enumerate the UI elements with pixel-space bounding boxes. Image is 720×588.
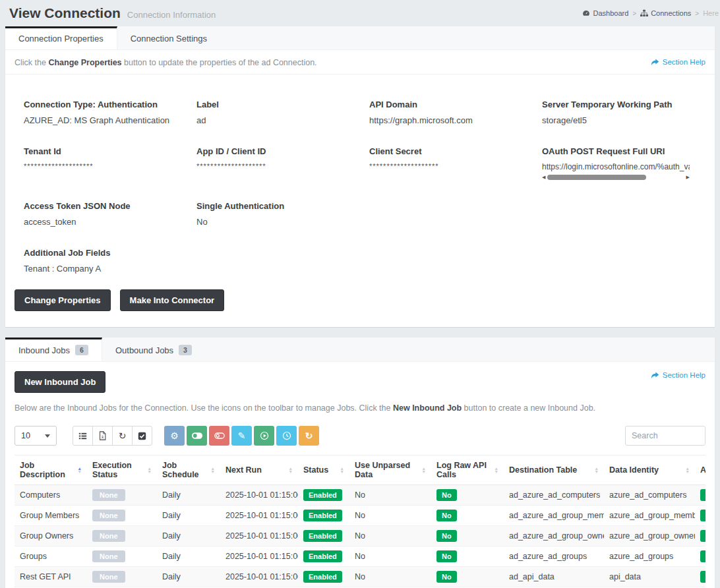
cell-schedule: Daily bbox=[157, 526, 220, 546]
column-header-identity[interactable]: Data Identity▲▼ bbox=[604, 456, 695, 485]
edit-job-button[interactable]: ✎ bbox=[231, 426, 252, 446]
oauth-uri-scrollbar[interactable]: ◀ ▶ bbox=[542, 175, 690, 180]
schedule-clock-icon bbox=[282, 431, 291, 440]
column-header-destination[interactable]: Destination Table▲▼ bbox=[504, 456, 604, 485]
enable-jobs-button[interactable] bbox=[187, 426, 207, 446]
column-header-status[interactable]: Status▲▼ bbox=[298, 456, 349, 485]
column-header-log_raw[interactable]: Log Raw API Calls▲▼ bbox=[431, 456, 504, 485]
breadcrumb-connections[interactable]: Connections bbox=[640, 9, 691, 17]
change-properties-button[interactable]: Change Properties bbox=[15, 289, 111, 311]
cell-destination: ad_api_data bbox=[504, 567, 604, 587]
cell-destination: ad_azure_ad_group_members bbox=[504, 506, 604, 526]
status-badge: No bbox=[700, 571, 705, 583]
cell-schedule: Daily bbox=[157, 546, 220, 567]
column-header-execution_status[interactable]: Execution Status▲▼ bbox=[87, 456, 157, 485]
sort-carets-icon: ▲▼ bbox=[340, 467, 344, 473]
disable-jobs-button[interactable] bbox=[209, 426, 229, 446]
column-header-job[interactable]: Job Description▲▼ bbox=[15, 456, 87, 485]
new-inbound-job-button[interactable]: New Inbound Job bbox=[15, 371, 105, 393]
cell-status: Enabled bbox=[298, 567, 349, 587]
status-badge: None bbox=[92, 571, 125, 583]
job-settings-button[interactable]: ⚙ bbox=[164, 426, 185, 446]
cell-use_unparsed: No bbox=[349, 506, 431, 526]
excel-export-button[interactable]: x̄ bbox=[92, 426, 113, 446]
status-badge: None bbox=[92, 510, 125, 521]
breadcrumb: Dashboard > Connections > Here bbox=[582, 9, 719, 17]
column-header-use_unparsed[interactable]: Use Unparsed Data▲▼ bbox=[349, 456, 431, 485]
cell-status: Enabled bbox=[298, 546, 349, 567]
inbound-jobs-count-badge: 6 bbox=[75, 345, 88, 355]
cell-identity: azure_ad_computers bbox=[604, 485, 695, 506]
status-badge: No bbox=[700, 530, 705, 542]
tab-outbound-jobs[interactable]: Outbound Jobs 3 bbox=[102, 338, 205, 361]
schedule-job-button[interactable] bbox=[276, 426, 297, 446]
svg-text:x̄: x̄ bbox=[102, 434, 104, 439]
connection-tab-strip: Connection Properties Connection Setting… bbox=[5, 26, 715, 50]
list-view-button[interactable] bbox=[73, 426, 93, 446]
scroll-left-icon[interactable]: ◀ bbox=[542, 175, 545, 180]
cell-identity: azure_ad_groups bbox=[604, 546, 695, 567]
sort-carets-icon: ▲▼ bbox=[148, 467, 152, 473]
jobs-table: Job Description▲▼Execution Status▲▼Job S… bbox=[15, 455, 705, 588]
properties-fields: Connection Type: Authentication AZURE_AD… bbox=[5, 74, 715, 289]
rerun-job-button[interactable]: ↻ bbox=[299, 426, 319, 446]
cell-job: Groups bbox=[15, 546, 87, 567]
field-server-temp-path: Server Temporary Working Path storage/et… bbox=[533, 100, 705, 125]
section-help-link[interactable]: Section Help bbox=[651, 58, 705, 66]
cell-use_unparsed: No bbox=[349, 485, 431, 506]
cell-execution_status: None bbox=[87, 546, 157, 567]
field-single-auth: Single Authentication No bbox=[187, 201, 360, 227]
cell-identity: api_data bbox=[604, 567, 695, 587]
breadcrumb-dashboard[interactable]: Dashboard bbox=[582, 9, 628, 17]
cell-schedule: Daily bbox=[157, 485, 220, 506]
breadcrumb-separator: > bbox=[695, 10, 699, 17]
breadcrumb-separator: > bbox=[632, 10, 636, 17]
cell-status: Enabled bbox=[298, 506, 349, 526]
column-header-next_run[interactable]: Next Run▲▼ bbox=[220, 456, 298, 485]
select-all-button[interactable] bbox=[132, 426, 152, 446]
breadcrumb-current: Here bbox=[703, 9, 719, 17]
sitemap-icon bbox=[640, 9, 648, 17]
table-row[interactable]: Group MembersNoneDaily2025-10-01 01:15:0… bbox=[15, 506, 705, 526]
excel-export-icon: x̄ bbox=[98, 431, 107, 440]
cell-next_run: 2025-10-01 01:15:00 bbox=[220, 567, 298, 587]
run-play-icon bbox=[260, 431, 269, 440]
field-connection-type: Connection Type: Authentication AZURE_AD… bbox=[15, 100, 187, 125]
cell-append: No bbox=[695, 526, 705, 546]
cell-use_unparsed: No bbox=[349, 526, 431, 546]
cell-append: No bbox=[695, 485, 705, 506]
jobs-table-body: ComputersNoneDaily2025-10-01 01:15:00Ena… bbox=[15, 485, 705, 588]
cell-next_run: 2025-10-01 01:15:00 bbox=[220, 546, 298, 567]
cell-next_run: 2025-10-01 01:15:00 bbox=[220, 485, 298, 506]
cell-next_run: 2025-10-01 01:15:00 bbox=[220, 526, 298, 546]
cell-schedule: Daily bbox=[157, 506, 220, 526]
cell-log_raw: No bbox=[431, 546, 504, 567]
status-badge: Enabled bbox=[303, 489, 342, 501]
table-row[interactable]: ComputersNoneDaily2025-10-01 01:15:00Ena… bbox=[15, 485, 705, 506]
sort-carets-icon: ▲▼ bbox=[686, 467, 690, 473]
column-header-append[interactable]: Append▲▼ bbox=[695, 456, 705, 485]
cell-identity: azure_ad_group_owners bbox=[604, 526, 695, 546]
scroll-right-icon[interactable]: ▶ bbox=[686, 175, 690, 180]
make-into-connector-button[interactable]: Make Into Connector bbox=[120, 289, 225, 311]
tab-inbound-jobs[interactable]: Inbound Jobs 6 bbox=[5, 338, 102, 361]
section-help-link[interactable]: Section Help bbox=[651, 371, 705, 379]
jobs-tab-strip: Inbound Jobs 6 Outbound Jobs 3 bbox=[5, 338, 715, 362]
column-header-schedule[interactable]: Job Schedule▲▼ bbox=[157, 456, 220, 485]
run-job-button[interactable] bbox=[254, 426, 274, 446]
refresh-table-button[interactable]: ↻ bbox=[112, 426, 133, 446]
table-row[interactable]: GroupsNoneDaily2025-10-01 01:15:00Enable… bbox=[15, 546, 705, 567]
table-row[interactable]: Rest GET APINoneDaily2025-10-01 01:15:00… bbox=[15, 567, 705, 587]
tab-connection-properties[interactable]: Connection Properties bbox=[5, 26, 117, 49]
table-row[interactable]: Group OwnersNoneDaily2025-10-01 01:15:00… bbox=[15, 526, 705, 546]
search-input[interactable] bbox=[625, 426, 705, 446]
field-oauth-uri: OAuth POST Request Full URI https://logi… bbox=[533, 146, 705, 180]
cell-destination: ad_azure_ad_computers bbox=[504, 485, 604, 506]
jobs-table-wrap: Job Description▲▼Execution Status▲▼Job S… bbox=[15, 455, 705, 588]
tab-connection-settings[interactable]: Connection Settings bbox=[117, 26, 220, 49]
cell-log_raw: No bbox=[431, 485, 504, 506]
page-length-select[interactable]: 10 bbox=[15, 426, 57, 446]
field-additional-job-fields: Additional Job Fields Tenant : Company A bbox=[15, 248, 187, 274]
sort-carets-icon: ▲▼ bbox=[211, 467, 215, 473]
section-help-arrow-icon bbox=[651, 59, 659, 66]
